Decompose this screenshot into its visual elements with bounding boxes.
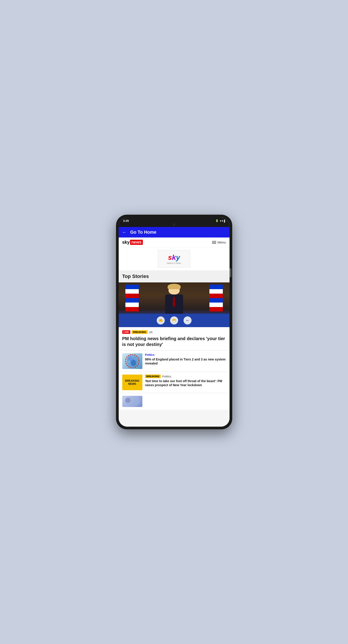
article-2-content: BREAKING Politics 'Not time to take our … xyxy=(145,374,226,387)
camera-dot xyxy=(173,224,175,226)
england-map-svg xyxy=(124,354,140,368)
figure-tie xyxy=(173,297,175,308)
status-bar: 3:25 🔋 ▼4▐ xyxy=(119,217,230,224)
article-1-category: Politics xyxy=(145,353,226,356)
handwash-icon: 🤲 xyxy=(157,316,165,324)
figure-head xyxy=(169,286,180,294)
article-1-content: Politics 99% of England placed in Tiers … xyxy=(145,353,226,366)
svg-point-2 xyxy=(131,360,136,366)
camera-bar xyxy=(119,224,230,227)
status-icons: 🔋 ▼4▐ xyxy=(215,219,225,222)
sky-ad-logo: sky xyxy=(168,253,180,262)
hero-image[interactable]: 🤲 😷 ↔ xyxy=(119,282,230,327)
article-tags: LIVE BREAKING UK xyxy=(122,330,226,334)
sky-header: sky news Menu xyxy=(119,238,230,247)
hero-article[interactable]: LIVE BREAKING UK PM holding news briefin… xyxy=(119,327,230,350)
breaking-line2: NEWS xyxy=(125,382,139,386)
menu-button[interactable]: Menu xyxy=(212,240,226,244)
breaking-line1: BREAKING xyxy=(125,379,139,382)
top-stories-label: Top Stories xyxy=(122,274,149,279)
page-title: Go To Home xyxy=(130,230,156,235)
live-tag: LIVE xyxy=(122,330,130,334)
article-2-tags: BREAKING Politics xyxy=(145,374,226,378)
phone-screen: 3:25 🔋 ▼4▐ ← Go To Home sky news xyxy=(119,217,230,427)
flag-right xyxy=(209,285,223,312)
map-thumb xyxy=(122,353,142,369)
hero-headline: PM holding news briefing and declares 'y… xyxy=(122,336,226,347)
svg-point-7 xyxy=(126,398,130,402)
svg-point-4 xyxy=(130,355,134,358)
hero-background: 🤲 😷 ↔ xyxy=(119,282,230,327)
article-3-partial[interactable] xyxy=(119,393,230,410)
sky-ad-tagline: believe in better xyxy=(167,262,181,264)
article-2[interactable]: BREAKING NEWS BREAKING Politics 'Not tim… xyxy=(119,372,230,393)
article-1[interactable]: Politics 99% of England placed in Tiers … xyxy=(119,350,230,372)
breaking-tag: BREAKING xyxy=(132,330,147,334)
article-2-category: Politics xyxy=(162,375,171,378)
sky-ad-banner: sky believe in better xyxy=(119,247,230,270)
ad-logo-y: y xyxy=(176,253,180,262)
article-2-thumb: BREAKING NEWS xyxy=(122,374,142,390)
sky-ad-inner: sky believe in better xyxy=(158,250,190,268)
ad-logo-k: k xyxy=(172,253,176,262)
hamburger-icon xyxy=(212,241,216,244)
battery-icon: 🔋 xyxy=(215,219,219,222)
signal-icon: ▼4▐ xyxy=(220,220,225,222)
sky-news-logo[interactable]: sky news xyxy=(122,240,143,245)
distancing-icon: ↔ xyxy=(184,316,192,324)
breaking-thumb-text: BREAKING NEWS xyxy=(125,379,139,386)
content-area: sky news Menu sky believe in better xyxy=(119,238,230,427)
app-bar: ← Go To Home xyxy=(119,227,230,238)
article-3-thumb xyxy=(122,396,142,407)
figure-body xyxy=(165,294,183,314)
mask-icon: 😷 xyxy=(170,316,178,324)
podium: 🤲 😷 ↔ xyxy=(119,314,230,327)
phone-frame: 3:25 🔋 ▼4▐ ← Go To Home sky news xyxy=(116,215,232,429)
article-2-title: 'Not time to take our foot off throat of… xyxy=(145,379,226,387)
svg-point-3 xyxy=(128,360,130,363)
figure-hair xyxy=(168,284,181,289)
news-badge: news xyxy=(130,240,143,245)
menu-label: Menu xyxy=(218,240,226,244)
flag-left xyxy=(125,285,139,312)
sky-text: sky xyxy=(122,240,130,245)
article-2-breaking-tag: BREAKING xyxy=(145,374,161,378)
top-stories-section: Top Stories xyxy=(119,270,230,282)
time-display: 3:25 xyxy=(123,219,129,222)
article-1-title: 99% of England placed in Tiers 2 and 3 a… xyxy=(145,357,226,366)
article-3-svg xyxy=(122,396,142,407)
ad-logo-s: s xyxy=(168,253,172,262)
pm-figure xyxy=(161,286,188,314)
back-button[interactable]: ← xyxy=(122,230,127,235)
article-1-thumb xyxy=(122,353,142,369)
category-tag: UK xyxy=(149,330,153,334)
